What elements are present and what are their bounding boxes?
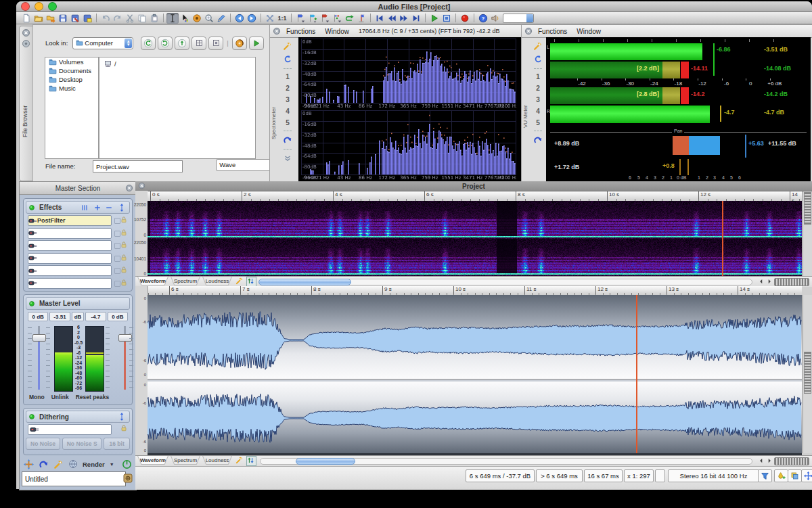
zoom-slider[interactable] bbox=[774, 457, 809, 465]
effect-slot[interactable] bbox=[28, 253, 112, 264]
file-entry[interactable]: / bbox=[114, 60, 116, 68]
effect-slot[interactable] bbox=[28, 240, 112, 251]
paste-button[interactable] bbox=[148, 13, 160, 24]
zoom-selection-button[interactable] bbox=[264, 13, 276, 24]
waveform-ruler[interactable]: 6 s7 s8 s9 s10 s11 s12 s13 s14 s bbox=[148, 286, 802, 296]
lock-icon[interactable] bbox=[120, 254, 128, 262]
menu-window[interactable]: Window bbox=[325, 28, 349, 35]
noise-shaping-button[interactable]: No Noise S bbox=[62, 438, 102, 450]
spectrogram-ruler[interactable]: 0 s2 s4 s6 s8 s10 s12 s14 s bbox=[148, 191, 802, 202]
cursor-position-field[interactable]: 6 s 649 ms / -37.7 dB bbox=[466, 469, 535, 482]
sort-icon[interactable] bbox=[246, 456, 256, 466]
marker-start-button[interactable] bbox=[307, 13, 319, 24]
zoom-factor-field[interactable]: x 1: 297 bbox=[624, 469, 654, 482]
tab-loudness[interactable]: Loudness bbox=[202, 277, 232, 285]
dock-icon[interactable] bbox=[22, 39, 30, 48]
close-icon[interactable] bbox=[524, 27, 533, 35]
preset-3-button[interactable]: 3 bbox=[286, 96, 290, 103]
tab-loudness[interactable]: Loudness bbox=[202, 456, 232, 465]
lock-icon[interactable] bbox=[120, 216, 128, 224]
refresh-icon[interactable] bbox=[283, 55, 292, 64]
grid-view-button[interactable] bbox=[191, 37, 206, 50]
power-led-icon[interactable] bbox=[28, 413, 35, 420]
audio-format-field[interactable]: Stereo 16 bit 44 100 Hz bbox=[668, 469, 759, 482]
effect-slot[interactable] bbox=[28, 265, 112, 276]
marker-end-button[interactable] bbox=[319, 13, 331, 24]
fader-left-thumb[interactable] bbox=[32, 334, 46, 342]
power-icon[interactable] bbox=[122, 459, 132, 469]
close-icon[interactable] bbox=[273, 27, 281, 35]
snapshot-button[interactable] bbox=[774, 469, 788, 482]
tab-spectrum[interactable]: Spectrum bbox=[171, 456, 200, 465]
reset-icon[interactable] bbox=[533, 135, 543, 145]
edit-tool-button[interactable] bbox=[179, 13, 191, 24]
menu-functions[interactable]: Functions bbox=[538, 28, 567, 35]
marker-pin-button[interactable] bbox=[355, 13, 367, 24]
spectrum-left-canvas[interactable] bbox=[301, 39, 516, 109]
record-button[interactable] bbox=[459, 13, 471, 24]
navigate-forward-button[interactable] bbox=[246, 13, 258, 24]
dither-slot[interactable] bbox=[28, 424, 112, 435]
redo-button[interactable] bbox=[112, 13, 124, 24]
play-file-button[interactable] bbox=[249, 37, 264, 50]
waveform-right-canvas[interactable] bbox=[148, 382, 802, 453]
monitor-config-button[interactable] bbox=[489, 13, 501, 24]
preset-combo-input[interactable] bbox=[503, 14, 534, 23]
copy-view-button[interactable] bbox=[788, 469, 802, 482]
settings-icon[interactable] bbox=[283, 41, 292, 51]
preset-1-button[interactable]: 1 bbox=[536, 73, 540, 80]
audition-tool-button[interactable] bbox=[191, 13, 203, 24]
spectrogram-vscrollbar[interactable] bbox=[803, 191, 812, 276]
noise-type-button[interactable]: No Noise bbox=[26, 438, 60, 450]
go-to-start-button[interactable] bbox=[374, 13, 386, 24]
render-button[interactable]: Render bbox=[83, 461, 105, 468]
loop-button[interactable] bbox=[343, 13, 355, 24]
save-button[interactable] bbox=[57, 13, 69, 24]
playhead-cursor[interactable] bbox=[636, 295, 637, 453]
scroll-right-button[interactable] bbox=[766, 457, 773, 464]
preset-4-button[interactable]: 4 bbox=[286, 108, 290, 115]
marker-generic-button[interactable] bbox=[331, 13, 343, 24]
open-audio-file-button[interactable] bbox=[45, 13, 57, 24]
power-led-icon[interactable] bbox=[28, 204, 35, 211]
tab-waveform[interactable]: Waveform bbox=[137, 277, 168, 285]
preset-5-button[interactable]: 5 bbox=[536, 119, 540, 126]
spectrogram-left-canvas[interactable] bbox=[148, 201, 802, 239]
hscrollbar-thumb[interactable] bbox=[258, 279, 351, 285]
lock-icon[interactable] bbox=[120, 266, 128, 274]
up-button[interactable] bbox=[175, 37, 189, 50]
copy-button[interactable] bbox=[136, 13, 148, 24]
filter-button[interactable] bbox=[758, 469, 772, 482]
preset-1-button[interactable]: 1 bbox=[286, 73, 290, 80]
folder-item[interactable]: Desktop bbox=[45, 75, 98, 84]
preset-combo-button[interactable] bbox=[501, 13, 535, 24]
lock-icon[interactable] bbox=[120, 241, 128, 249]
effect-slot[interactable]: PostFilter bbox=[28, 215, 112, 226]
spectrogram-right-canvas[interactable] bbox=[148, 239, 802, 276]
reorder-icon[interactable] bbox=[118, 413, 126, 421]
collapse-icon[interactable] bbox=[283, 154, 292, 163]
menu-functions[interactable]: Functions bbox=[286, 28, 315, 35]
preset-2-button[interactable]: 2 bbox=[286, 85, 290, 92]
tab-spectrum[interactable]: Spectrum bbox=[171, 277, 200, 285]
sort-icon[interactable] bbox=[246, 277, 256, 287]
open-file-button[interactable] bbox=[32, 13, 45, 24]
preset-2-button[interactable]: 2 bbox=[536, 85, 540, 92]
spectrum-right-canvas[interactable] bbox=[301, 110, 516, 181]
close-icon[interactable] bbox=[22, 28, 30, 37]
lock-icon[interactable] bbox=[120, 279, 128, 287]
move-forward-button[interactable] bbox=[398, 13, 410, 24]
folder-item[interactable]: Volumes bbox=[45, 57, 98, 66]
marker-insert-button[interactable] bbox=[294, 13, 307, 24]
playhead-cursor[interactable] bbox=[722, 201, 723, 276]
auto-play-button[interactable] bbox=[232, 37, 247, 50]
file-name-input[interactable]: Project.wav bbox=[93, 160, 183, 172]
new-file-button[interactable] bbox=[20, 13, 32, 24]
scroll-left-button[interactable] bbox=[758, 278, 765, 285]
zoom-tool-button[interactable] bbox=[203, 13, 215, 24]
power-led-icon[interactable] bbox=[28, 300, 35, 307]
move-back-button[interactable] bbox=[386, 13, 398, 24]
edit-tabs-icon[interactable] bbox=[235, 456, 244, 464]
help-button[interactable]: ? bbox=[477, 13, 489, 24]
close-icon[interactable] bbox=[125, 184, 133, 192]
